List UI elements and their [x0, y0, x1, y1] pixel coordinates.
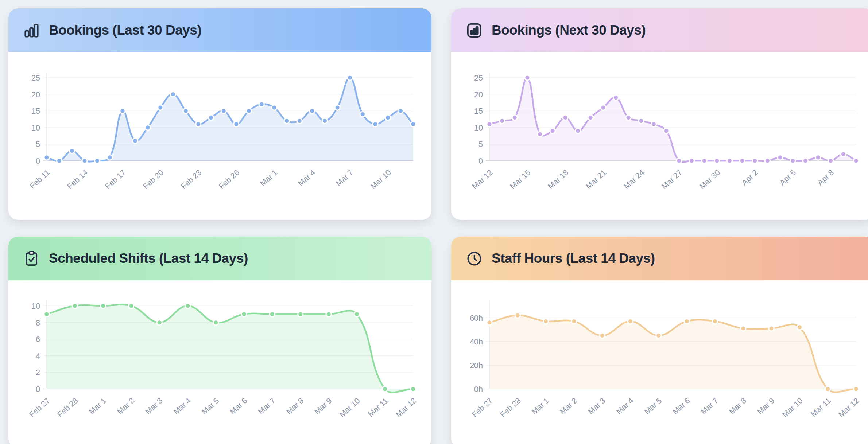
- svg-text:0: 0: [478, 157, 483, 165]
- card-title: Bookings (Next 30 Days): [492, 23, 646, 38]
- svg-text:Mar 9: Mar 9: [313, 396, 334, 416]
- svg-text:Mar 6: Mar 6: [228, 396, 249, 416]
- card-title: Bookings (Last 30 Days): [49, 23, 201, 38]
- svg-text:Feb 28: Feb 28: [56, 396, 80, 419]
- svg-text:Mar 6: Mar 6: [671, 396, 692, 416]
- svg-text:Mar 24: Mar 24: [622, 168, 646, 191]
- svg-text:2: 2: [36, 368, 40, 377]
- svg-text:10: 10: [31, 124, 40, 132]
- svg-text:Mar 11: Mar 11: [366, 396, 390, 419]
- svg-text:15: 15: [31, 107, 40, 116]
- svg-text:Mar 7: Mar 7: [256, 396, 277, 416]
- scheduled-shifts-card: Scheduled Shifts (Last 14 Days) 0246810F…: [8, 237, 431, 444]
- svg-text:6: 6: [36, 335, 40, 344]
- staff-hours-card: Staff Hours (Last 14 Days) 0h20h40h60hFe…: [451, 237, 868, 444]
- card-title: Staff Hours (Last 14 Days): [492, 251, 655, 266]
- svg-text:Mar 15: Mar 15: [508, 168, 532, 191]
- svg-text:Mar 18: Mar 18: [546, 168, 570, 191]
- svg-text:Mar 2: Mar 2: [115, 396, 136, 416]
- svg-text:8: 8: [36, 319, 40, 327]
- svg-text:Mar 5: Mar 5: [643, 396, 663, 416]
- svg-text:Mar 2: Mar 2: [558, 396, 579, 416]
- svg-text:Mar 10: Mar 10: [780, 396, 805, 419]
- svg-text:Mar 27: Mar 27: [660, 168, 684, 191]
- scheduled-shifts-chart[interactable]: 0246810Feb 27Feb 28Mar 1Mar 2Mar 3Mar 4M…: [8, 285, 431, 444]
- svg-text:Mar 8: Mar 8: [284, 396, 305, 416]
- bookings-last-30-header: Bookings (Last 30 Days): [8, 8, 431, 52]
- svg-text:Feb 27: Feb 27: [470, 396, 495, 419]
- line-chart-svg: 0h20h40h60hFeb 27Feb 28Mar 1Mar 2Mar 3Ma…: [451, 285, 868, 444]
- svg-text:Apr 8: Apr 8: [816, 168, 836, 187]
- svg-text:Feb 11: Feb 11: [28, 168, 52, 191]
- svg-text:20h: 20h: [470, 361, 483, 370]
- bookings-next-30-header: Bookings (Next 30 Days): [451, 8, 868, 52]
- card-title: Scheduled Shifts (Last 14 Days): [49, 251, 248, 266]
- clock-icon: [466, 250, 483, 267]
- svg-text:40h: 40h: [470, 338, 483, 346]
- svg-text:5: 5: [478, 140, 483, 149]
- scheduled-shifts-header: Scheduled Shifts (Last 14 Days): [8, 237, 431, 280]
- svg-text:Feb 23: Feb 23: [179, 168, 203, 191]
- svg-text:Mar 21: Mar 21: [584, 168, 608, 191]
- staff-hours-chart[interactable]: 0h20h40h60hFeb 27Feb 28Mar 1Mar 2Mar 3Ma…: [451, 285, 868, 444]
- svg-text:Mar 12: Mar 12: [394, 396, 418, 419]
- clipboard-check-icon: [23, 250, 40, 267]
- svg-text:60h: 60h: [470, 314, 483, 323]
- svg-text:Feb 14: Feb 14: [66, 168, 90, 191]
- svg-text:0: 0: [36, 157, 40, 165]
- bookings-next-30-chart[interactable]: 0510152025Mar 12Mar 15Mar 18Mar 21Mar 24…: [451, 57, 868, 226]
- bookings-next-30-card: Bookings (Next 30 Days) 0510152025Mar 12…: [451, 8, 868, 220]
- svg-text:Mar 10: Mar 10: [338, 396, 362, 419]
- svg-text:Feb 26: Feb 26: [217, 168, 241, 191]
- svg-text:25: 25: [31, 74, 40, 82]
- dashboard: { "page": { "background_color": "#edf0f4…: [0, 0, 868, 444]
- svg-text:Mar 12: Mar 12: [470, 168, 495, 191]
- svg-text:10: 10: [31, 302, 40, 311]
- svg-text:Feb 28: Feb 28: [499, 396, 523, 419]
- line-chart-svg: 0510152025Mar 12Mar 15Mar 18Mar 21Mar 24…: [451, 57, 868, 225]
- svg-text:Mar 10: Mar 10: [369, 168, 393, 191]
- bar-chart-icon: [23, 22, 40, 39]
- svg-text:Mar 4: Mar 4: [296, 168, 317, 188]
- svg-text:10: 10: [474, 124, 483, 132]
- svg-text:Mar 4: Mar 4: [615, 396, 635, 416]
- svg-text:Mar 3: Mar 3: [144, 396, 164, 416]
- svg-text:Feb 17: Feb 17: [103, 168, 127, 191]
- svg-text:25: 25: [474, 74, 483, 82]
- staff-hours-header: Staff Hours (Last 14 Days): [451, 237, 868, 280]
- svg-text:Mar 7: Mar 7: [699, 396, 720, 416]
- svg-text:Mar 30: Mar 30: [698, 168, 722, 191]
- line-chart-svg: 0510152025Feb 11Feb 14Feb 17Feb 20Feb 23…: [8, 57, 431, 225]
- line-chart-svg: 0246810Feb 27Feb 28Mar 1Mar 2Mar 3Mar 4M…: [8, 285, 431, 444]
- svg-text:4: 4: [36, 352, 40, 361]
- svg-text:Mar 1: Mar 1: [258, 168, 279, 188]
- svg-text:Mar 9: Mar 9: [756, 396, 776, 416]
- svg-text:5: 5: [36, 140, 40, 149]
- bar-chart-square-icon: [466, 22, 483, 39]
- svg-text:Mar 5: Mar 5: [200, 396, 221, 416]
- svg-text:0: 0: [36, 385, 40, 394]
- svg-text:Mar 8: Mar 8: [727, 396, 748, 416]
- bookings-last-30-card: Bookings (Last 30 Days) 0510152025Feb 11…: [8, 8, 431, 220]
- svg-text:Mar 1: Mar 1: [87, 396, 108, 416]
- bookings-last-30-chart[interactable]: 0510152025Feb 11Feb 14Feb 17Feb 20Feb 23…: [8, 57, 431, 226]
- svg-text:20: 20: [474, 90, 483, 99]
- svg-text:Mar 7: Mar 7: [334, 168, 355, 188]
- svg-text:Mar 11: Mar 11: [809, 396, 833, 419]
- svg-text:Mar 12: Mar 12: [837, 396, 861, 419]
- svg-text:15: 15: [474, 107, 483, 116]
- svg-text:Mar 1: Mar 1: [530, 396, 551, 416]
- svg-text:Feb 27: Feb 27: [28, 396, 52, 419]
- svg-text:Apr 5: Apr 5: [778, 168, 798, 187]
- svg-text:20: 20: [31, 90, 40, 99]
- svg-text:Mar 3: Mar 3: [586, 396, 607, 416]
- svg-text:Mar 4: Mar 4: [172, 396, 193, 416]
- svg-text:0h: 0h: [474, 385, 483, 394]
- svg-text:Apr 2: Apr 2: [740, 168, 760, 187]
- svg-text:Feb 20: Feb 20: [141, 168, 165, 191]
